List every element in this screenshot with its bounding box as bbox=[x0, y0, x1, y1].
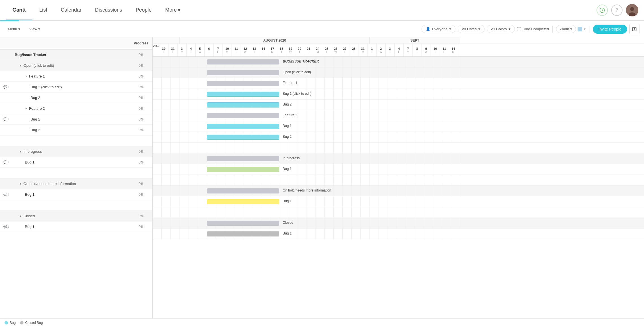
gantt-bar[interactable] bbox=[207, 81, 279, 86]
user-avatar[interactable] bbox=[626, 4, 638, 16]
gantt-cell bbox=[379, 153, 388, 164]
gantt-cell bbox=[162, 100, 171, 110]
gantt-bar[interactable] bbox=[207, 113, 279, 118]
gantt-bar[interactable] bbox=[207, 135, 279, 140]
gantt-cell bbox=[325, 196, 334, 207]
hide-completed-checkbox[interactable] bbox=[517, 27, 521, 31]
gantt-cell bbox=[388, 196, 397, 207]
gantt-cell bbox=[406, 186, 415, 196]
clock-icon-btn[interactable] bbox=[597, 5, 608, 16]
nav-people[interactable]: People bbox=[129, 0, 158, 20]
gantt-cell bbox=[162, 229, 171, 239]
gantt-bar[interactable] bbox=[207, 70, 279, 75]
gantt-cell bbox=[379, 100, 388, 110]
gantt-cell bbox=[361, 186, 370, 196]
zoom-button[interactable]: Zoom ▾ bbox=[556, 25, 576, 33]
left-panel: Progress Bug/Issue Tracker 0% ▼ Open (cl… bbox=[0, 37, 153, 327]
gantt-cell bbox=[343, 132, 352, 143]
gantt-bar[interactable] bbox=[207, 167, 279, 172]
collapse-icon[interactable]: ▼ bbox=[19, 150, 22, 153]
row-progress: 0% bbox=[130, 85, 152, 89]
gantt-bar[interactable] bbox=[207, 156, 279, 161]
nav-more[interactable]: More ▾ bbox=[158, 0, 187, 20]
day-number: 7 bbox=[407, 47, 409, 50]
invite-people-button[interactable]: Invite People bbox=[593, 25, 627, 34]
gantt-bar[interactable] bbox=[207, 199, 279, 204]
gantt-cell bbox=[189, 196, 198, 207]
comment-col[interactable]: 💬1 bbox=[0, 85, 12, 89]
gantt-cell bbox=[297, 207, 306, 218]
comment-icon: 💬 bbox=[3, 193, 7, 196]
nav-discussions[interactable]: Discussions bbox=[88, 0, 129, 20]
progress-header: Progress bbox=[130, 41, 152, 45]
all-colors-filter[interactable]: All Colors ▾ bbox=[487, 25, 515, 33]
day-cell: 7M bbox=[404, 44, 413, 56]
day-number: 14 bbox=[262, 47, 265, 50]
comment-col[interactable]: 💬1 bbox=[0, 117, 12, 121]
gantt-bar[interactable] bbox=[207, 231, 279, 236]
row-name: ▼ In progress bbox=[12, 149, 130, 154]
gantt-cell bbox=[397, 229, 406, 239]
row-name: Bug 1 bbox=[12, 117, 130, 121]
gantt-bar[interactable] bbox=[207, 102, 279, 107]
gantt-cell bbox=[433, 100, 442, 110]
view-button[interactable]: View ▾ bbox=[26, 25, 44, 33]
gantt-cell bbox=[451, 67, 460, 78]
nav-gantt[interactable]: Gantt bbox=[6, 0, 33, 20]
hide-completed-label[interactable]: Hide Completed bbox=[517, 27, 549, 31]
gantt-cell bbox=[288, 175, 297, 186]
gantt-cell bbox=[315, 229, 325, 239]
day-cell: 20T bbox=[295, 44, 304, 56]
comment-col[interactable]: 💬1 bbox=[0, 225, 12, 229]
chevron-down-icon: ▾ bbox=[18, 27, 20, 31]
gantt-cell bbox=[415, 207, 424, 218]
gantt-cell bbox=[379, 110, 388, 121]
collapse-icon[interactable]: ▼ bbox=[25, 75, 27, 78]
gantt-bar[interactable] bbox=[207, 221, 279, 226]
gantt-cell bbox=[189, 143, 198, 153]
collapse-icon[interactable]: ▼ bbox=[19, 64, 22, 67]
main-content: Progress Bug/Issue Tracker 0% ▼ Open (cl… bbox=[0, 37, 644, 327]
nav-list[interactable]: List bbox=[33, 0, 54, 20]
gantt-cell bbox=[325, 153, 334, 164]
day-letter: M bbox=[362, 50, 364, 53]
menu-button[interactable]: Menu ▾ bbox=[5, 25, 24, 33]
gantt-cell bbox=[451, 100, 460, 110]
gantt-cell bbox=[361, 110, 370, 121]
gantt-cell bbox=[171, 186, 180, 196]
gantt-cell bbox=[297, 175, 306, 186]
gantt-cell bbox=[334, 196, 343, 207]
gantt-cell bbox=[424, 196, 433, 207]
gantt-bar[interactable] bbox=[207, 124, 279, 129]
nav-calendar[interactable]: Calendar bbox=[54, 0, 88, 20]
comment-col[interactable]: 💬1 bbox=[0, 193, 12, 196]
export-button[interactable] bbox=[629, 24, 639, 34]
all-dates-filter[interactable]: All Dates ▾ bbox=[458, 25, 485, 33]
gantt-bar[interactable] bbox=[207, 59, 279, 64]
collapse-icon[interactable]: ▼ bbox=[19, 182, 22, 185]
color-swatch[interactable] bbox=[578, 27, 582, 31]
collapse-icon[interactable]: ▼ bbox=[25, 107, 27, 110]
gantt-cell bbox=[270, 175, 279, 186]
day-letter: T bbox=[299, 50, 300, 53]
day-letter: F bbox=[217, 50, 219, 53]
gantt-cell bbox=[406, 229, 415, 239]
help-icon-btn[interactable]: ? bbox=[611, 5, 623, 16]
gantt-cell bbox=[415, 164, 424, 175]
comment-col[interactable]: 💬1 bbox=[0, 160, 12, 164]
gantt-cell bbox=[261, 143, 270, 153]
gantt-cell bbox=[270, 143, 279, 153]
gantt-cell bbox=[406, 57, 415, 67]
comment-icon: 💬 bbox=[3, 225, 7, 229]
gantt-bar[interactable] bbox=[207, 188, 279, 193]
gantt-bar-label: On hold/needs more information bbox=[283, 188, 331, 192]
gantt-bar[interactable] bbox=[207, 92, 279, 97]
gantt-cell bbox=[361, 89, 370, 100]
collapse-icon[interactable]: ▼ bbox=[19, 215, 22, 218]
gantt-cell bbox=[415, 132, 424, 143]
gantt-cell bbox=[379, 164, 388, 175]
gantt-cell bbox=[162, 110, 171, 121]
everyone-filter[interactable]: 👤 Everyone ▾ bbox=[422, 25, 455, 33]
gantt-cell bbox=[433, 153, 442, 164]
gantt-cell bbox=[334, 153, 343, 164]
